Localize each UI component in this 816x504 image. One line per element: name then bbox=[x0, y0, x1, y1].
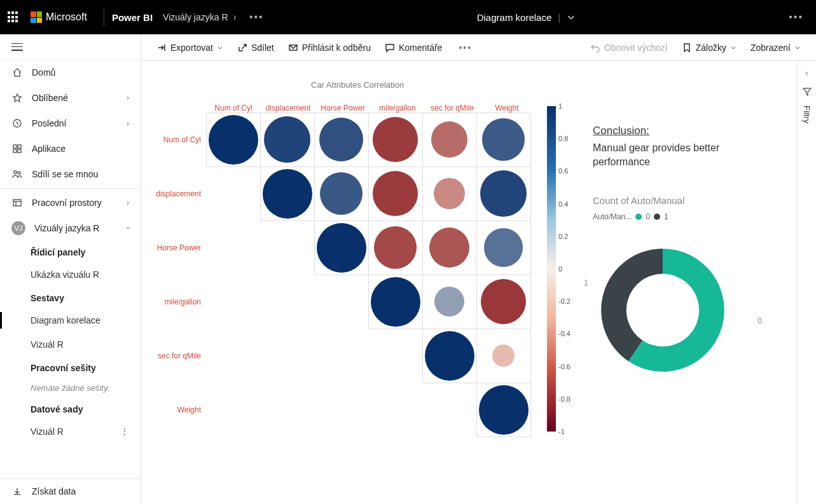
get-data-icon bbox=[11, 486, 23, 497]
svg-rect-3 bbox=[13, 149, 17, 153]
star-icon bbox=[11, 92, 23, 104]
home-icon bbox=[11, 67, 23, 78]
col-label: sec for qMile bbox=[425, 104, 480, 112]
svg-rect-7 bbox=[13, 200, 21, 206]
colorbar-tick: -0.4 bbox=[558, 330, 571, 337]
chevron-down-icon bbox=[217, 44, 223, 51]
section-reports: Sestavy bbox=[0, 287, 141, 308]
nav-workspaces[interactable]: Pracovní prostory › bbox=[0, 190, 141, 215]
nav-favorites[interactable]: Oblíbené › bbox=[0, 85, 141, 111]
row-label: Weight bbox=[154, 405, 206, 414]
section-workbooks: Pracovní sešity bbox=[0, 357, 141, 378]
col-label: mile/gallon bbox=[370, 104, 425, 112]
toolbar-more-icon[interactable]: ••• bbox=[459, 43, 472, 53]
conclusion-text: Manual gear provides better performance bbox=[593, 141, 778, 170]
subscribe-button[interactable]: Přihlásit k odběru bbox=[283, 40, 376, 55]
share-icon bbox=[237, 43, 247, 53]
reset-button[interactable]: Obnovit výchozí bbox=[585, 40, 673, 55]
breadcrumb-workspace[interactable]: Vizuály jazyka R bbox=[163, 12, 228, 22]
page-title: Diagram korelace bbox=[477, 12, 552, 23]
export-button[interactable]: Exportovat bbox=[151, 40, 228, 55]
clock-icon bbox=[11, 118, 23, 129]
colorbar-tick: 0.2 bbox=[558, 233, 568, 240]
row-label: Num of Cyl bbox=[154, 135, 206, 144]
divider bbox=[104, 8, 104, 26]
chart-title: Car Attributes Correlation bbox=[154, 80, 561, 90]
colorbar-tick: 0.6 bbox=[558, 167, 568, 175]
filters-rail[interactable]: ‹ Filtry bbox=[797, 61, 816, 504]
donut-chart[interactable]: 0 1 bbox=[593, 240, 758, 393]
top-header: Microsoft Power BI Vizuály jazyka R › ••… bbox=[0, 0, 816, 34]
section-datasets: Datové sady bbox=[0, 398, 141, 419]
export-icon bbox=[156, 43, 167, 53]
hamburger-icon bbox=[11, 43, 23, 51]
conclusion-panel: Conclusion: Manual gear provides better … bbox=[586, 80, 784, 491]
nav-apps[interactable]: Aplikace bbox=[0, 136, 141, 161]
nav-home-label: Domů bbox=[32, 67, 55, 78]
bookmarks-button[interactable]: Záložky bbox=[677, 40, 742, 55]
report-item-active[interactable]: Diagram korelace bbox=[0, 308, 141, 332]
col-label: Horse Power bbox=[315, 104, 370, 112]
corr-cell bbox=[260, 167, 315, 221]
report-toolbar: Exportovat Sdílet Přihlásit k odběru Kom… bbox=[141, 34, 816, 61]
legend-dot-0 bbox=[635, 214, 642, 220]
main-area: Exportovat Sdílet Přihlásit k odběru Kom… bbox=[141, 34, 816, 504]
colorbar-tick: 1 bbox=[558, 102, 562, 110]
nav-get-data[interactable]: Získat data bbox=[0, 479, 141, 504]
colorbar-tick: 0.4 bbox=[558, 200, 568, 208]
corr-cell bbox=[476, 329, 531, 383]
nav-separator bbox=[0, 188, 141, 189]
workspace-contents: Řídicí panely Ukázka vizuálu R Sestavy D… bbox=[0, 241, 141, 478]
row-label: mile/gallon bbox=[154, 297, 206, 306]
header-more-icon[interactable]: ••• bbox=[789, 11, 808, 23]
corr-cell bbox=[476, 167, 531, 221]
share-button[interactable]: Sdílet bbox=[232, 40, 279, 55]
more-vertical-icon[interactable]: ⋮ bbox=[120, 426, 129, 437]
corr-cell bbox=[206, 112, 261, 167]
colorbar-tick: -1 bbox=[558, 428, 565, 435]
dataset-item[interactable]: Vizuál R ⋮ bbox=[0, 419, 141, 444]
workspaces-icon bbox=[11, 197, 23, 208]
corr-cell bbox=[314, 221, 369, 275]
corr-cell bbox=[422, 221, 477, 275]
nav-home[interactable]: Domů bbox=[0, 60, 141, 85]
svg-rect-2 bbox=[18, 145, 21, 148]
col-label: Num of Cyl bbox=[206, 104, 261, 112]
filters-label: Filtry bbox=[802, 106, 812, 123]
donut-slice[interactable] bbox=[601, 249, 663, 361]
nav-shared[interactable]: Sdílí se se mnou bbox=[0, 161, 141, 187]
chevron-right-icon: › bbox=[127, 198, 129, 207]
app-name[interactable]: Power BI bbox=[112, 12, 153, 23]
nav-recent[interactable]: Poslední › bbox=[0, 111, 141, 136]
view-button[interactable]: Zobrazení bbox=[745, 40, 806, 55]
col-label: Weight bbox=[480, 104, 534, 112]
chevron-right-icon: › bbox=[127, 93, 129, 102]
corr-cell bbox=[476, 112, 531, 167]
nav-favorites-label: Oblíbené bbox=[32, 93, 68, 103]
app-launcher-icon[interactable] bbox=[8, 11, 19, 23]
bookmark-icon bbox=[682, 43, 692, 53]
correlation-chart[interactable]: Car Attributes Correlation Num of Cyldis… bbox=[154, 80, 561, 491]
nav-toggle[interactable] bbox=[0, 34, 141, 60]
breadcrumb-more-icon[interactable]: ••• bbox=[249, 11, 264, 23]
colorbar: 10.80.60.40.20-0.2-0.4-0.6-0.8-1 bbox=[547, 106, 556, 432]
nav-current-workspace[interactable]: VJ Vizuály jazyka R › bbox=[0, 215, 141, 241]
corr-cell bbox=[314, 112, 369, 167]
nav-apps-label: Aplikace bbox=[32, 144, 66, 154]
title-divider: | bbox=[558, 12, 560, 23]
nav-get-data-label: Získat data bbox=[32, 486, 76, 496]
legend-dot-1 bbox=[654, 214, 660, 220]
nav-recent-label: Poslední bbox=[32, 118, 66, 128]
colorbar-tick: -0.6 bbox=[558, 363, 571, 371]
comments-button[interactable]: Komentáře bbox=[380, 40, 447, 55]
corr-cell bbox=[422, 275, 477, 329]
dashboard-item[interactable]: Ukázka vizuálu R bbox=[0, 262, 141, 287]
svg-rect-1 bbox=[13, 145, 17, 148]
section-dashboards: Řídicí panely bbox=[0, 241, 141, 262]
comment-icon bbox=[385, 43, 395, 53]
chevron-left-icon[interactable]: ‹ bbox=[806, 69, 808, 78]
row-label: Horse Power bbox=[154, 243, 206, 252]
report-item[interactable]: Vizuál R bbox=[0, 332, 141, 357]
left-nav: Domů Oblíbené › Poslední › Aplikace Sdíl… bbox=[0, 34, 141, 504]
chevron-down-icon[interactable] bbox=[567, 13, 576, 22]
